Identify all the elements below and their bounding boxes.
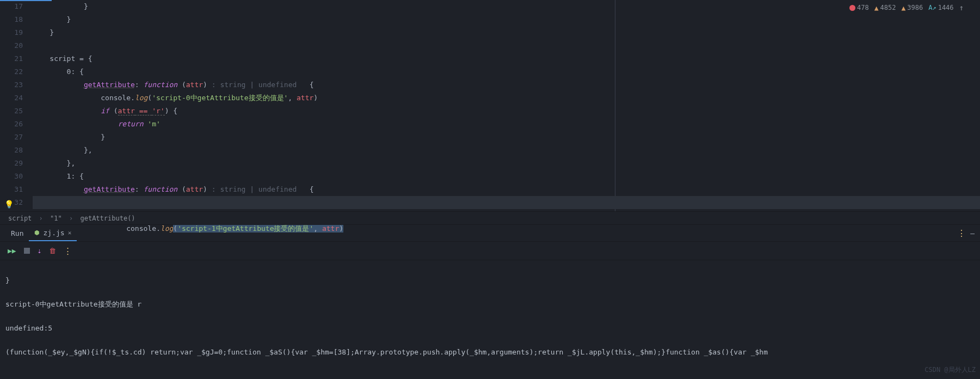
editor-area: 478 ▲4852 ▲3986 A↗1446 ↑ 17 18 19 20 21 … — [0, 0, 980, 211]
code-line: if (attr == 'r') { — [33, 105, 980, 118]
code-editor[interactable]: } } } script = { 0: { getAttribute: func… — [33, 0, 980, 211]
watermark: CSDN @局外人LZ — [924, 364, 976, 376]
code-line: console.log('script-0中getAttribute接受的值是'… — [33, 91, 980, 105]
hide-panel-icon[interactable]: — — [970, 229, 975, 237]
breadcrumb-sep: › — [69, 215, 73, 222]
line-number[interactable]: 26 — [0, 118, 23, 131]
line-gutter: 17 18 19 20 21 22 23 24 25 26 27 28 29 3… — [0, 0, 33, 211]
code-line: 0: { — [33, 65, 980, 78]
code-line: 💡 console.log('script-1中getAttribute接受的值… — [33, 196, 980, 209]
code-line: } — [33, 131, 980, 144]
line-number[interactable]: 31 — [0, 183, 23, 196]
tab-label: zj.js — [43, 229, 64, 237]
code-line: getAttribute: function (attr) : string |… — [33, 78, 980, 91]
line-number[interactable]: 21 — [0, 52, 23, 65]
breadcrumb-item[interactable]: getAttribute() — [80, 215, 135, 222]
panel-options-icon[interactable]: ⋮ — [957, 228, 965, 239]
code-line: }, — [33, 157, 980, 170]
console-line: script-0中getAttribute接受的值是 r — [5, 298, 975, 310]
close-icon[interactable]: ✕ — [68, 229, 72, 236]
rerun-button[interactable]: ▶▶ — [8, 247, 16, 255]
line-number[interactable]: 22 — [0, 65, 23, 78]
console-line: (function(_$ey,_$gN){if(!$_ts.cd) return… — [5, 346, 975, 358]
line-number[interactable]: 23 — [0, 78, 23, 91]
code-line: script = { — [33, 52, 980, 65]
console-line: } — [5, 274, 975, 286]
tab-zj-js[interactable]: ⬢ zj.js ✕ — [29, 225, 77, 241]
line-number[interactable]: 24 — [0, 91, 23, 105]
intention-bulb-icon[interactable]: 💡 — [4, 198, 14, 211]
line-number[interactable]: 27 — [0, 131, 23, 144]
line-number[interactable]: 19 — [0, 26, 23, 39]
console-output[interactable]: } script-0中getAttribute接受的值是 r undefined… — [0, 260, 980, 379]
line-number[interactable]: 25 — [0, 105, 23, 118]
line-number[interactable]: 28 — [0, 144, 23, 157]
line-number[interactable]: 30 — [0, 170, 23, 183]
code-line: } — [33, 0, 980, 13]
line-number[interactable]: 20 — [0, 39, 23, 52]
code-line: return 'm' — [33, 118, 980, 131]
stop-button[interactable] — [24, 248, 30, 254]
line-number[interactable]: 29 — [0, 157, 23, 170]
code-line: getAttribute: function (attr) : string |… — [33, 183, 980, 196]
code-line: } — [33, 13, 980, 26]
tab-label: Run — [11, 229, 23, 237]
code-line: } — [33, 26, 980, 39]
tool-window-tabs: Run ⬢ zj.js ✕ ⋮ — — [0, 224, 980, 242]
line-number[interactable]: 17 — [0, 0, 23, 13]
code-line — [33, 39, 980, 52]
console-line: undefined:5 — [5, 322, 975, 334]
run-toolbar: ▶▶ ⇣ 🗑 ⋮ — [0, 242, 980, 260]
line-number[interactable]: 18 — [0, 13, 23, 26]
clear-output-button[interactable]: 🗑 — [49, 247, 56, 255]
breadcrumb-item[interactable]: script — [8, 215, 32, 222]
code-line: 1: { — [33, 170, 980, 183]
tab-run[interactable]: Run — [5, 225, 29, 241]
code-line: }, — [33, 144, 980, 157]
layout-options-icon[interactable]: ⋮ — [64, 246, 72, 256]
nodejs-icon: ⬢ — [34, 229, 40, 236]
